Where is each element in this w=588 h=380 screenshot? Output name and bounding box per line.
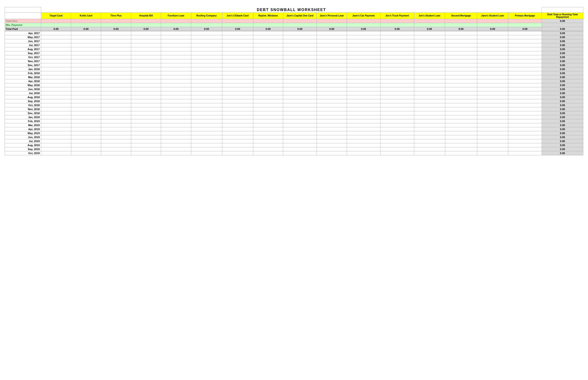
month-data-cell[interactable]: [161, 35, 191, 39]
month-data-cell[interactable]: [161, 139, 191, 143]
month-data-cell[interactable]: [477, 111, 508, 115]
month-data-cell[interactable]: [71, 67, 101, 71]
month-data-cell[interactable]: [253, 139, 283, 143]
month-data-cell[interactable]: [161, 63, 191, 67]
month-data-cell[interactable]: [317, 147, 347, 151]
month-data-cell[interactable]: [380, 127, 414, 131]
month-data-cell[interactable]: [191, 99, 222, 103]
month-data-cell[interactable]: [71, 55, 101, 59]
month-data-cell[interactable]: [508, 111, 542, 115]
month-data-cell[interactable]: [445, 55, 477, 59]
min-payment-jontruck[interactable]: [380, 23, 414, 27]
month-data-cell[interactable]: [347, 31, 380, 35]
month-data-cell[interactable]: [161, 79, 191, 83]
month-data-cell[interactable]: [317, 127, 347, 131]
month-data-cell[interactable]: [222, 147, 253, 151]
month-data-cell[interactable]: [161, 55, 191, 59]
month-data-cell[interactable]: [161, 143, 191, 147]
month-data-cell[interactable]: [161, 147, 191, 151]
month-data-cell[interactable]: [317, 51, 347, 55]
month-data-cell[interactable]: [41, 71, 71, 75]
month-data-cell[interactable]: [101, 39, 131, 43]
month-data-cell[interactable]: [161, 51, 191, 55]
month-data-cell[interactable]: [161, 43, 191, 47]
month-data-cell[interactable]: [71, 43, 101, 47]
month-data-cell[interactable]: [445, 59, 477, 63]
month-data-cell[interactable]: [71, 99, 101, 103]
month-data-cell[interactable]: [317, 135, 347, 139]
month-data-cell[interactable]: [283, 51, 317, 55]
month-data-cell[interactable]: [101, 75, 131, 79]
month-data-cell[interactable]: [380, 143, 414, 147]
month-data-cell[interactable]: [283, 131, 317, 135]
month-data-cell[interactable]: [131, 67, 161, 71]
month-data-cell[interactable]: [41, 103, 71, 107]
month-data-cell[interactable]: [131, 131, 161, 135]
month-data-cell[interactable]: [414, 151, 445, 155]
month-data-cell[interactable]: [71, 39, 101, 43]
month-data-cell[interactable]: [445, 107, 477, 111]
month-data-cell[interactable]: [131, 103, 161, 107]
total-due-jonstud[interactable]: [414, 19, 445, 23]
month-data-cell[interactable]: [317, 35, 347, 39]
month-data-cell[interactable]: [347, 123, 380, 127]
month-data-cell[interactable]: [41, 139, 71, 143]
month-data-cell[interactable]: [380, 103, 414, 107]
month-data-cell[interactable]: [317, 31, 347, 35]
month-data-cell[interactable]: [445, 135, 477, 139]
min-payment-second[interactable]: [445, 23, 477, 27]
month-data-cell[interactable]: [222, 115, 253, 119]
month-data-cell[interactable]: [222, 87, 253, 91]
month-data-cell[interactable]: [41, 107, 71, 111]
month-data-cell[interactable]: [347, 143, 380, 147]
month-data-cell[interactable]: [191, 79, 222, 83]
month-data-cell[interactable]: [477, 55, 508, 59]
min-payment-tires[interactable]: [101, 23, 131, 27]
month-data-cell[interactable]: [191, 151, 222, 155]
month-data-cell[interactable]: [508, 35, 542, 39]
month-data-cell[interactable]: [101, 83, 131, 87]
month-data-cell[interactable]: [508, 59, 542, 63]
month-data-cell[interactable]: [445, 147, 477, 151]
month-data-cell[interactable]: [414, 59, 445, 63]
month-data-cell[interactable]: [414, 127, 445, 131]
month-data-cell[interactable]: [191, 147, 222, 151]
month-data-cell[interactable]: [317, 99, 347, 103]
month-data-cell[interactable]: [317, 95, 347, 99]
month-data-cell[interactable]: [283, 79, 317, 83]
month-data-cell[interactable]: [191, 95, 222, 99]
month-data-cell[interactable]: [41, 143, 71, 147]
month-data-cell[interactable]: [508, 131, 542, 135]
month-data-cell[interactable]: [508, 143, 542, 147]
month-data-cell[interactable]: [191, 91, 222, 95]
month-data-cell[interactable]: [101, 55, 131, 59]
month-data-cell[interactable]: [71, 75, 101, 79]
month-data-cell[interactable]: [508, 115, 542, 119]
month-data-cell[interactable]: [380, 31, 414, 35]
month-data-cell[interactable]: [161, 47, 191, 51]
month-data-cell[interactable]: [283, 75, 317, 79]
month-data-cell[interactable]: [131, 51, 161, 55]
month-data-cell[interactable]: [317, 39, 347, 43]
month-data-cell[interactable]: [101, 119, 131, 123]
month-data-cell[interactable]: [317, 115, 347, 119]
month-data-cell[interactable]: [414, 35, 445, 39]
month-data-cell[interactable]: [508, 147, 542, 151]
total-due-jonciti[interactable]: [222, 19, 253, 23]
month-data-cell[interactable]: [508, 63, 542, 67]
month-data-cell[interactable]: [101, 59, 131, 63]
month-data-cell[interactable]: [222, 67, 253, 71]
month-data-cell[interactable]: [445, 51, 477, 55]
month-data-cell[interactable]: [71, 131, 101, 135]
month-data-cell[interactable]: [222, 91, 253, 95]
month-data-cell[interactable]: [445, 43, 477, 47]
month-data-cell[interactable]: [101, 123, 131, 127]
month-data-cell[interactable]: [508, 139, 542, 143]
month-data-cell[interactable]: [477, 43, 508, 47]
min-payment-kohls[interactable]: [71, 23, 101, 27]
month-data-cell[interactable]: [347, 95, 380, 99]
month-data-cell[interactable]: [317, 111, 347, 115]
min-payment-replmt[interactable]: [253, 23, 283, 27]
month-data-cell[interactable]: [222, 139, 253, 143]
month-data-cell[interactable]: [477, 99, 508, 103]
